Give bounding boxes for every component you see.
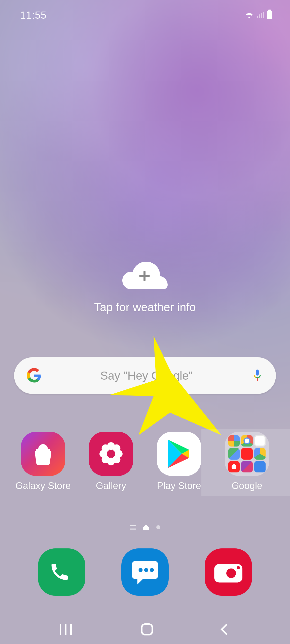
svg-point-10 — [113, 456, 121, 463]
svg-point-9 — [102, 456, 110, 463]
app-label: Play Store — [157, 480, 201, 491]
google-search-bar[interactable]: Say "Hey Google" — [14, 357, 276, 394]
page-dot-icon — [156, 525, 160, 529]
weather-text: Tap for weather info — [0, 300, 290, 314]
svg-point-16 — [226, 569, 236, 578]
cloud-plus-icon — [122, 262, 168, 289]
google-folder-icon[interactable] — [225, 432, 269, 476]
dock-camera-icon[interactable] — [205, 548, 252, 596]
folder-mini-duo-icon — [254, 461, 266, 472]
app-galaxy-store: Galaxy Store — [10, 432, 76, 491]
svg-point-7 — [102, 445, 110, 452]
folder-mini-playmovies-icon — [241, 461, 252, 472]
svg-point-12 — [138, 568, 142, 572]
google-logo-icon — [27, 368, 42, 383]
battery-icon — [267, 11, 272, 19]
dock — [0, 548, 290, 596]
search-placeholder: Say "Hey Google" — [42, 369, 251, 382]
clock-time: 11:55 — [20, 10, 47, 21]
folder-mini-google-icon — [228, 435, 240, 447]
app-label: Galaxy Store — [15, 480, 71, 491]
folder-mini-gmail-icon — [254, 435, 266, 447]
galaxy-store-icon[interactable] — [21, 432, 65, 476]
status-bar: 11:55 — [0, 6, 290, 24]
folder-mini-ytmusic-icon — [228, 461, 240, 472]
wifi-icon — [245, 12, 254, 19]
svg-point-11 — [108, 451, 114, 456]
page-apps-icon — [130, 525, 136, 530]
navigation-bar — [0, 617, 290, 641]
app-label: Google — [232, 480, 263, 491]
svg-rect-0 — [256, 370, 259, 376]
signal-icon — [256, 12, 264, 19]
folder-mini-drive-icon — [254, 448, 266, 459]
play-store-icon[interactable] — [157, 432, 201, 476]
nav-home-button[interactable] — [141, 623, 153, 635]
folder-mini-youtube-icon — [241, 448, 252, 459]
page-indicator[interactable] — [0, 525, 290, 530]
folder-mini-maps-icon — [228, 448, 240, 459]
svg-point-14 — [150, 568, 154, 572]
dock-messages-icon[interactable] — [121, 548, 169, 596]
gallery-icon[interactable] — [89, 432, 133, 476]
app-gallery: Gallery — [78, 432, 144, 491]
folder-mini-chrome-icon — [241, 435, 252, 447]
svg-point-8 — [113, 445, 121, 452]
nav-back-button[interactable] — [221, 624, 232, 635]
app-label: Gallery — [96, 480, 126, 491]
page-home-icon — [143, 525, 149, 530]
weather-widget[interactable]: Tap for weather info — [0, 262, 290, 314]
status-icons — [245, 11, 272, 19]
svg-point-13 — [144, 568, 148, 572]
app-folder-google: Google — [214, 432, 280, 491]
microphone-icon[interactable] — [251, 370, 263, 382]
svg-point-17 — [237, 566, 240, 569]
nav-recent-button[interactable] — [60, 624, 72, 635]
home-app-row: Galaxy Store Gallery Play Store Google — [10, 432, 280, 491]
dock-phone-icon[interactable] — [38, 548, 85, 596]
